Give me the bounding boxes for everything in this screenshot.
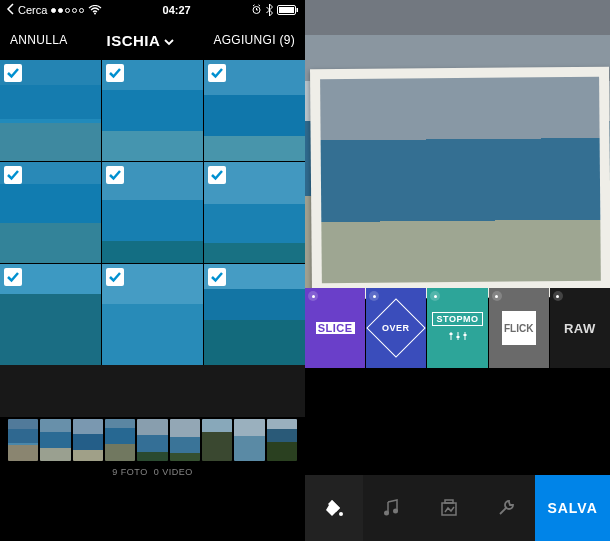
grid-item[interactable]: [102, 162, 203, 263]
grid-item[interactable]: [204, 264, 305, 365]
save-button[interactable]: SALVA: [535, 475, 610, 541]
filmstrip-thumb[interactable]: [137, 419, 167, 461]
cancel-button[interactable]: ANNULLA: [10, 33, 67, 47]
back-label[interactable]: Cerca: [18, 4, 47, 16]
alarm-icon: [251, 4, 262, 17]
album-title: ISCHIA: [107, 32, 161, 49]
effect-stopmo[interactable]: STOPMO: [427, 288, 487, 368]
svg-point-0: [94, 13, 96, 15]
grid-item[interactable]: [102, 60, 203, 161]
empty-area: [305, 368, 610, 475]
empty-area: [0, 365, 305, 417]
svg-rect-12: [445, 500, 453, 503]
check-icon: [4, 268, 22, 286]
grid-item[interactable]: [0, 162, 101, 263]
grid-item[interactable]: [0, 264, 101, 365]
media-counter: 9 FOTO 0 VIDEO: [0, 463, 305, 485]
nav-bar: ANNULLA ISCHIA AGGIUNGI (9): [0, 20, 305, 60]
tool-paint[interactable]: [305, 475, 363, 541]
check-icon: [106, 166, 124, 184]
tool-settings[interactable]: [478, 475, 536, 541]
layout-icon: [439, 498, 459, 518]
add-button[interactable]: AGGIUNGI (9): [213, 33, 295, 47]
filmstrip-thumb[interactable]: [40, 419, 70, 461]
wifi-icon: [88, 5, 102, 15]
music-icon: [381, 498, 401, 518]
svg-rect-3: [279, 7, 294, 13]
photo-grid: [0, 60, 305, 365]
bluetooth-icon: [266, 4, 273, 16]
effect-options-icon[interactable]: [553, 291, 563, 301]
svg-rect-6: [456, 336, 459, 338]
check-icon: [4, 166, 22, 184]
filmstrip-thumb[interactable]: [202, 419, 232, 461]
svg-point-10: [393, 509, 398, 514]
check-icon: [106, 268, 124, 286]
preview-frame: [310, 67, 610, 300]
effect-options-icon[interactable]: [492, 291, 502, 301]
filmstrip-thumb[interactable]: [234, 419, 264, 461]
effect-flick[interactable]: FLICK: [489, 288, 549, 368]
svg-point-8: [339, 512, 343, 516]
filmstrip-thumb[interactable]: [8, 419, 38, 461]
effect-raw[interactable]: RAW: [550, 288, 610, 368]
svg-rect-5: [449, 333, 452, 335]
signal-icon: [51, 8, 84, 13]
check-icon: [106, 64, 124, 82]
paint-bucket-icon: [323, 497, 345, 519]
grid-item[interactable]: [102, 264, 203, 365]
chevron-down-icon: [164, 32, 174, 49]
bottom-toolbar: SALVA: [305, 475, 610, 541]
filmstrip[interactable]: [0, 417, 305, 463]
tool-layout[interactable]: [420, 475, 478, 541]
effects-row: SLICE OVER STOPMO FLICK RAW: [305, 288, 610, 368]
filmstrip-thumb[interactable]: [267, 419, 297, 461]
svg-rect-7: [463, 334, 466, 336]
clock: 04:27: [163, 4, 191, 16]
battery-icon: [277, 5, 299, 15]
tool-music[interactable]: [363, 475, 421, 541]
status-bar: Cerca 04:27: [0, 0, 305, 20]
filmstrip-thumb[interactable]: [105, 419, 135, 461]
filmstrip-thumb[interactable]: [73, 419, 103, 461]
check-icon: [208, 268, 226, 286]
picker-screen: Cerca 04:27: [0, 0, 305, 541]
effect-slice[interactable]: SLICE: [305, 288, 365, 368]
sliders-icon: [448, 330, 468, 345]
editor-screen: SLICE OVER STOPMO FLICK RAW: [305, 0, 610, 541]
diamond-icon: OVER: [367, 298, 426, 357]
effect-options-icon[interactable]: [430, 291, 440, 301]
effect-over[interactable]: OVER: [366, 288, 426, 368]
check-icon: [4, 64, 22, 82]
grid-item[interactable]: [0, 60, 101, 161]
effect-options-icon[interactable]: [369, 291, 379, 301]
check-icon: [208, 64, 226, 82]
effect-options-icon[interactable]: [308, 291, 318, 301]
check-icon: [208, 166, 226, 184]
back-chevron-icon[interactable]: [6, 3, 14, 17]
preview-area[interactable]: [305, 0, 610, 288]
album-dropdown[interactable]: ISCHIA: [107, 32, 175, 49]
svg-rect-4: [296, 8, 298, 12]
grid-item[interactable]: [204, 60, 305, 161]
grid-item[interactable]: [204, 162, 305, 263]
wrench-icon: [496, 498, 516, 518]
filmstrip-thumb[interactable]: [170, 419, 200, 461]
